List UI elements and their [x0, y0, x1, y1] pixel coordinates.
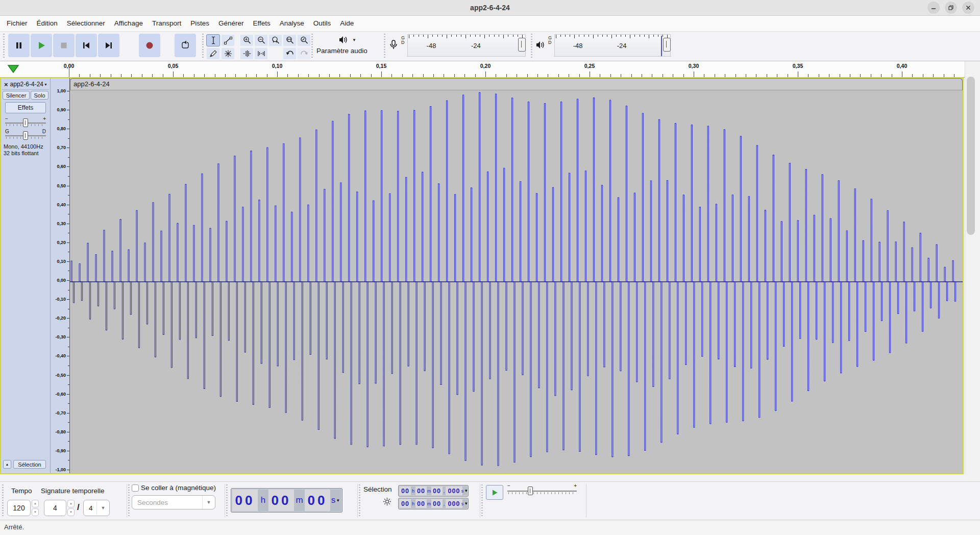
audio-position-display[interactable]: 00h00m00s▼: [231, 488, 342, 513]
horizontal-scrollbar-area[interactable]: [0, 474, 980, 481]
solo-button[interactable]: Solo: [31, 91, 48, 100]
snap-checkbox[interactable]: [132, 484, 139, 492]
time-format-caret-icon[interactable]: ▼: [336, 498, 340, 503]
time-unit-label[interactable]: h: [411, 499, 415, 508]
menu-item-pistes[interactable]: Pistes: [186, 16, 214, 31]
close-button[interactable]: [962, 2, 974, 14]
grip-handle[interactable]: [226, 484, 228, 516]
time-digit-group[interactable]: 00: [400, 487, 411, 495]
draw-tool-button[interactable]: [206, 47, 220, 60]
zoom-toggle-button[interactable]: [297, 34, 311, 46]
grip-handle[interactable]: [128, 484, 130, 516]
play-button[interactable]: [31, 34, 52, 57]
trim-audio-button[interactable]: [240, 47, 254, 60]
menu-item-transport[interactable]: Transport: [148, 16, 186, 31]
vertical-scrollbar[interactable]: [965, 61, 976, 474]
grip-handle[interactable]: [311, 34, 313, 58]
play-speed-slider[interactable]: − +: [507, 486, 577, 496]
gain-slider-thumb[interactable]: [23, 118, 28, 127]
time-digit-group[interactable]: 000: [446, 487, 462, 495]
skip-to-start-button[interactable]: [76, 34, 97, 57]
recording-volume-slider[interactable]: [518, 38, 526, 52]
selection-start-field[interactable]: 00h00m00,000s▼: [398, 485, 469, 497]
grip-handle[interactable]: [384, 34, 385, 58]
grip-handle[interactable]: [2, 484, 4, 516]
grip-handle[interactable]: [481, 484, 483, 516]
timeline-ruler[interactable]: 0,000,050,100,150,200,250,300,350,40: [0, 61, 965, 78]
skip-to-end-button[interactable]: [98, 34, 119, 57]
playback-volume-slider[interactable]: [663, 38, 671, 52]
multi-tool-button[interactable]: [221, 47, 235, 60]
time-unit-label[interactable]: s▼: [330, 490, 341, 511]
time-unit-label[interactable]: s▼: [462, 499, 467, 508]
track-name[interactable]: app2-6-4-24: [10, 81, 43, 88]
time-unit-label[interactable]: m: [294, 490, 305, 511]
time-unit-label[interactable]: h: [258, 490, 268, 511]
zoom-out-button[interactable]: [254, 34, 268, 46]
menu-item-outils[interactable]: Outils: [309, 16, 336, 31]
menu-item-selectionner[interactable]: Sélectionner: [62, 16, 110, 31]
time-digit-group[interactable]: 000: [446, 499, 462, 508]
time-digit-group[interactable]: 00: [415, 487, 427, 495]
speed-slider-thumb[interactable]: [528, 487, 533, 495]
vertical-scrollbar-thumb[interactable]: [967, 77, 975, 235]
grip-handle[interactable]: [359, 484, 360, 516]
selection-tool-button[interactable]: [206, 34, 220, 46]
tempo-spinner[interactable]: ▲▼: [32, 500, 39, 516]
grip-handle[interactable]: [202, 34, 204, 58]
loop-button[interactable]: [175, 34, 196, 57]
time-digit-group[interactable]: 00: [232, 490, 258, 511]
collapse-track-button[interactable]: ▲: [3, 460, 11, 469]
envelope-tool-button[interactable]: [221, 34, 235, 46]
track-close-icon[interactable]: ×: [2, 81, 10, 88]
timesig-upper-input[interactable]: 4: [44, 500, 66, 516]
menu-item-fichier[interactable]: Fichier: [2, 16, 32, 31]
vertical-scale-ruler[interactable]: 1,000,900,800,700,600,500,400,300,200,10…: [51, 78, 70, 473]
clip-title-bar[interactable]: app2-6-4-24: [70, 78, 963, 90]
selection-settings-button[interactable]: [383, 497, 391, 508]
restore-button[interactable]: [945, 2, 957, 14]
time-digit-group[interactable]: 00: [415, 499, 427, 508]
time-digit-group[interactable]: 00: [400, 499, 411, 508]
pan-slider-thumb[interactable]: [23, 131, 28, 140]
zoom-in-button[interactable]: [240, 34, 254, 46]
time-digit-group[interactable]: 00: [431, 499, 443, 508]
time-format-caret-icon[interactable]: ▼: [464, 489, 468, 493]
recording-meter[interactable]: GD -48-24: [388, 33, 529, 59]
playback-meter[interactable]: GD -48-24: [535, 33, 674, 59]
mute-button[interactable]: Silencer: [3, 91, 30, 100]
grip-handle[interactable]: [531, 34, 532, 58]
undo-button[interactable]: [283, 47, 297, 60]
record-button[interactable]: [139, 34, 160, 57]
menu-item-aide[interactable]: Aide: [335, 16, 358, 31]
gain-slider[interactable]: − +: [5, 118, 46, 128]
pan-slider[interactable]: G D: [5, 131, 46, 141]
track-menu-caret-icon[interactable]: ▼: [44, 83, 47, 86]
time-format-caret-icon[interactable]: ▼: [464, 501, 468, 506]
menu-item-effets[interactable]: Effets: [248, 16, 275, 31]
snap-unit-select[interactable]: Secondes▼: [132, 495, 215, 509]
time-unit-label[interactable]: s▼: [462, 487, 467, 495]
play-at-speed-button[interactable]: [486, 485, 503, 500]
selection-end-field[interactable]: 00h00m00,000s▼: [398, 498, 469, 509]
time-digit-group[interactable]: 00: [431, 487, 443, 495]
minimize-button[interactable]: [927, 2, 940, 14]
waveform-plot[interactable]: [70, 90, 963, 473]
fit-project-button[interactable]: [283, 34, 297, 46]
grip-handle[interactable]: [3, 34, 5, 58]
fit-selection-button[interactable]: [268, 34, 282, 46]
time-unit-label[interactable]: m: [427, 499, 431, 508]
time-digit-group[interactable]: 00: [268, 490, 294, 511]
menu-item-generer[interactable]: Générer: [214, 16, 249, 31]
tempo-input[interactable]: 120: [7, 500, 31, 516]
effects-button[interactable]: Effets: [5, 102, 46, 113]
silence-audio-button[interactable]: [254, 47, 268, 60]
track-select-button[interactable]: Sélection: [13, 460, 46, 469]
recording-meter-bar[interactable]: -48-24: [407, 34, 526, 57]
waveform-area[interactable]: app2-6-4-24: [70, 78, 963, 473]
menu-item-analyse[interactable]: Analyse: [275, 16, 309, 31]
pause-button[interactable]: [8, 34, 30, 57]
menu-item-affichage[interactable]: Affichage: [110, 16, 148, 31]
time-unit-label[interactable]: h: [411, 487, 415, 495]
redo-button[interactable]: [297, 47, 311, 60]
